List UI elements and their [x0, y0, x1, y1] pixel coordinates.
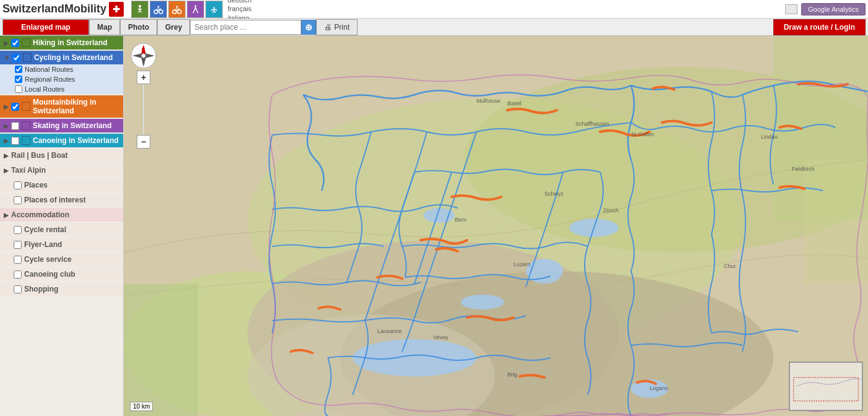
checkbox-canoeing-club[interactable]	[14, 271, 22, 279]
svg-rect-32	[804, 160, 868, 284]
svg-text:Zürich: Zürich	[603, 207, 619, 214]
search-go-button[interactable]: ⊕	[301, 20, 316, 35]
photo-button[interactable]: Photo	[120, 19, 157, 35]
toolbar: Enlarged map Map Photo Grey ⊕ 🖨 Print Dr…	[0, 19, 868, 36]
mtb-label: Mountainbiking in Switzerland	[33, 98, 119, 115]
sidebar: ▶ Hiking in Switzerland ▼ Cycling in Swi…	[0, 36, 124, 416]
sidebar-item-accommodation[interactable]: ▶ Accommodation	[0, 208, 123, 222]
svg-text:Chur: Chur	[724, 263, 736, 269]
svg-line-2	[138, 11, 140, 12]
svg-text:Schwyz: Schwyz	[544, 191, 564, 197]
checkbox-cycle-rental[interactable]	[14, 226, 22, 234]
places-interest-label: Places of interest	[24, 196, 85, 204]
sidebar-section-canoeing-club: Canoeing club	[0, 267, 123, 281]
header-icon-canoeing[interactable]	[205, 1, 223, 18]
google-analytics-button[interactable]: Google Analytics	[801, 3, 866, 15]
sidebar-section-flyer: Flyer-Land	[0, 238, 123, 251]
expand-icon-skating: ▶	[4, 123, 9, 129]
hiking-label: Hiking in Switzerland	[33, 38, 108, 47]
checkbox-places-interest[interactable]	[14, 196, 22, 204]
sidebar-item-cycle-service[interactable]: Cycle service	[0, 253, 123, 266]
lang-deutsch[interactable]: deutsch	[228, 0, 252, 4]
checkbox-places[interactable]	[14, 181, 22, 189]
checkbox-cycling[interactable]	[12, 54, 20, 62]
checkbox-regional-routes[interactable]	[15, 76, 22, 83]
sidebar-section-taxi: ▶ Taxi Alpin	[0, 163, 123, 177]
print-button[interactable]: 🖨 Print	[316, 19, 358, 35]
map-button[interactable]: Map	[89, 19, 120, 35]
expand-icon-taxi: ▶	[4, 167, 9, 174]
svg-text:Schaffhausen: Schaffhausen	[575, 121, 609, 127]
shopping-label: Shopping	[24, 285, 58, 293]
checkbox-flyer[interactable]	[14, 241, 22, 249]
sidebar-item-skating[interactable]: ▶ Skating in Switzerland	[0, 119, 123, 132]
svg-text:Bern: Bern	[455, 217, 466, 223]
svg-point-0	[139, 5, 141, 7]
checkbox-hiking[interactable]	[11, 39, 19, 47]
header-icon-mtb[interactable]	[168, 1, 186, 18]
checkbox-mtb[interactable]	[11, 103, 19, 111]
main: ▶ Hiking in Switzerland ▼ Cycling in Swi…	[0, 36, 868, 416]
search-input[interactable]	[190, 20, 301, 35]
cycle-rental-label: Cycle rental	[24, 225, 66, 234]
header-icon-skating[interactable]	[187, 1, 204, 18]
checkbox-national-routes[interactable]	[15, 66, 22, 73]
sidebar-item-cycle-rental[interactable]: Cycle rental	[0, 223, 123, 236]
sidebar-item-flyer[interactable]: Flyer-Land	[0, 238, 123, 251]
svg-line-15	[197, 11, 198, 13]
expand-icon-hiking: ▶	[4, 40, 9, 46]
enlarged-map-button[interactable]: Enlarged map	[2, 19, 89, 35]
checkbox-cycle-service[interactable]	[14, 256, 22, 264]
svg-text:Lugano: Lugano	[650, 385, 668, 391]
sidebar-item-places[interactable]: Places	[0, 178, 123, 192]
skating-label: Skating in Switzerland	[33, 121, 111, 130]
sidebar-section-hiking: ▶ Hiking in Switzerland	[0, 36, 123, 50]
logo-switzerland: Switzerland	[2, 2, 64, 15]
sidebar-item-canoeing[interactable]: ▶ Canoeing in Switzerland	[0, 134, 123, 147]
header-icon-hiking[interactable]	[131, 1, 148, 18]
svg-rect-30	[124, 284, 198, 416]
svg-text:Vevey: Vevey	[433, 334, 449, 340]
grey-button[interactable]: Grey	[157, 19, 190, 35]
svg-line-14	[196, 7, 197, 11]
checkbox-skating[interactable]	[11, 122, 19, 130]
svg-text:Luzern: Luzern	[513, 261, 531, 267]
svg-point-10	[176, 6, 178, 7]
draw-route-button[interactable]: Draw a route / Login	[773, 19, 866, 35]
sidebar-item-places-interest[interactable]: Places of interest	[0, 193, 123, 207]
rail-label: Rail | Bus | Boat	[11, 151, 67, 160]
sidebar-item-hiking[interactable]: ▶ Hiking in Switzerland	[0, 36, 123, 50]
checkbox-local-routes[interactable]	[15, 85, 22, 93]
svg-point-28	[461, 295, 504, 310]
sidebar-item-canoeing-club[interactable]: Canoeing club	[0, 267, 123, 281]
color-box-hiking	[22, 38, 30, 47]
svg-text:Mulhouse: Mulhouse	[476, 98, 501, 104]
compass: N	[130, 42, 157, 69]
scale-label: 10 km	[133, 403, 150, 410]
expand-icon-cycling: ▼	[4, 54, 10, 61]
sidebar-section-skating: ▶ Skating in Switzerland	[0, 119, 123, 132]
places-label: Places	[24, 181, 48, 189]
zoom-out-button[interactable]: −	[137, 135, 150, 149]
map-area[interactable]: Basel Bern Zürich Lausanne Lugano Chur M…	[124, 36, 868, 416]
sidebar-sub-national-routes: National Routes	[0, 64, 123, 74]
sidebar-item-rail[interactable]: ▶ Rail | Bus | Boat	[0, 149, 123, 162]
sidebar-item-taxi[interactable]: ▶ Taxi Alpin	[0, 163, 123, 177]
accommodation-label: Accommodation	[11, 210, 69, 219]
sidebar-item-shopping[interactable]: Shopping	[0, 282, 123, 296]
expand-icon-accommodation: ▶	[4, 212, 9, 219]
svg-line-13	[193, 11, 194, 13]
svg-point-9	[178, 10, 181, 14]
lang-francais[interactable]: français	[228, 4, 252, 13]
sidebar-item-cycling[interactable]: ▼ Cycling in Switzerland	[0, 51, 123, 64]
canoeing-label: Canoeing in Switzerland	[33, 136, 119, 145]
svg-point-24	[353, 339, 476, 376]
map-canvas[interactable]: Basel Bern Zürich Lausanne Lugano Chur M…	[124, 36, 868, 416]
logo: SwitzerlandMobility ✚	[2, 2, 124, 17]
sidebar-sub-local-routes: Local Routes	[0, 84, 123, 94]
zoom-in-button[interactable]: +	[137, 71, 150, 84]
header-icon-cycling[interactable]	[150, 1, 167, 18]
checkbox-canoeing[interactable]	[11, 137, 19, 145]
checkbox-shopping[interactable]	[14, 285, 22, 293]
sidebar-item-mtb[interactable]: ▶ Mountainbiking in Switzerland	[0, 95, 123, 118]
